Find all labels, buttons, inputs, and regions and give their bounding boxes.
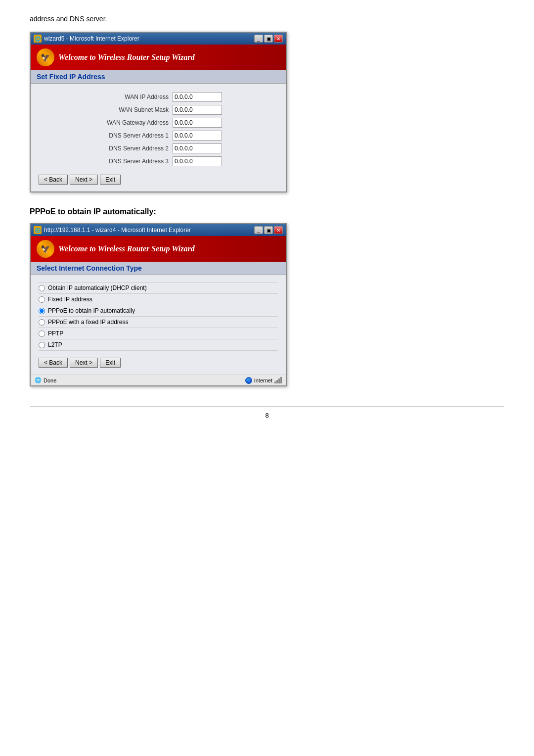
wizard-header-1: 🦅 Welcome to Wireless Router Setup Wizar… [31, 45, 286, 70]
form-input-cell-5 [171, 155, 278, 168]
titlebar-2: 🌐 http://192.168.1.1 - wizard4 - Microso… [31, 224, 286, 236]
radio-option[interactable]: PPTP [39, 328, 278, 339]
close-btn-2[interactable]: ✕ [274, 226, 283, 234]
titlebar-1: 🌐 wizard5 - Microsoft Internet Explorer … [31, 33, 286, 45]
form-input-cell-1 [171, 103, 278, 116]
radio-input-1[interactable] [39, 296, 45, 303]
statusbar-text: Done [44, 378, 56, 383]
wizard-body-2: Obtain IP automatically (DHCP client) Fi… [31, 275, 286, 375]
wizard-header-text-1: Welcome to Wireless Router Setup Wizard [58, 53, 195, 62]
browser-window-2: 🌐 http://192.168.1.1 - wizard4 - Microso… [30, 223, 287, 386]
titlebar-title-1: 🌐 wizard5 - Microsoft Internet Explorer [34, 35, 139, 43]
radio-label-1: Fixed IP address [48, 296, 92, 303]
radio-option[interactable]: PPPoE with a fixed IP address [39, 317, 278, 328]
radio-input-2[interactable] [39, 308, 45, 314]
browser-content-1: 🦅 Welcome to Wireless Router Setup Wizar… [31, 45, 286, 191]
form-label-3: DNS Server Address 1 [39, 129, 171, 142]
exit-button-1[interactable]: Exit [100, 175, 121, 185]
form-label-2: WAN Gateway Address [39, 116, 171, 129]
form-table-1: WAN IP Address WAN Subnet Mask WAN Gatew… [39, 91, 278, 168]
radio-input-4[interactable] [39, 331, 45, 337]
radio-label-5: L2TP [48, 341, 62, 348]
titlebar-title-2: 🌐 http://192.168.1.1 - wizard4 - Microso… [34, 226, 191, 234]
browser-window-1: 🌐 wizard5 - Microsoft Internet Explorer … [30, 32, 287, 192]
signal-bars-icon [274, 377, 282, 383]
form-input-4[interactable] [173, 143, 222, 153]
close-btn-1[interactable]: ✕ [274, 35, 283, 43]
statusbar-2: 🌐 Done Internet [31, 375, 286, 385]
titlebar-controls-1: _ ▣ ✕ [254, 35, 283, 43]
ie-icon-1: 🌐 [34, 35, 42, 43]
radio-label-3: PPPoE with a fixed IP address [48, 319, 129, 326]
radio-input-5[interactable] [39, 342, 45, 348]
back-button-1[interactable]: < Back [39, 175, 68, 185]
radio-input-3[interactable] [39, 319, 45, 326]
radio-label-0: Obtain IP automatically (DHCP client) [48, 284, 147, 291]
wizard-logo-2: 🦅 [37, 240, 54, 258]
intro-text: address and DNS server. [30, 15, 504, 23]
form-row: WAN IP Address [39, 91, 278, 103]
titlebar-controls-2: _ ▣ ✕ [254, 226, 283, 234]
restore-btn-1[interactable]: ▣ [264, 35, 273, 43]
form-input-cell-2 [171, 116, 278, 129]
form-row: DNS Server Address 3 [39, 155, 278, 168]
back-button-2[interactable]: < Back [39, 358, 68, 368]
section-title-2: Select Internet Connection Type [31, 262, 286, 275]
radio-label-2: PPPoE to obtain IP automatically [48, 307, 135, 314]
wizard-header-2: 🦅 Welcome to Wireless Router Setup Wizar… [31, 236, 286, 262]
radio-input-0[interactable] [39, 285, 45, 291]
wizard-header-text-2: Welcome to Wireless Router Setup Wizard [58, 244, 195, 253]
form-row: DNS Server Address 2 [39, 142, 278, 155]
form-label-0: WAN IP Address [39, 91, 171, 103]
next-button-1[interactable]: Next > [70, 175, 98, 185]
form-row: DNS Server Address 1 [39, 129, 278, 142]
form-input-0[interactable] [173, 92, 222, 102]
radio-option[interactable]: Obtain IP automatically (DHCP client) [39, 282, 278, 294]
radio-option[interactable]: PPPoE to obtain IP automatically [39, 305, 278, 317]
statusbar-icon: 🌐 [35, 377, 42, 383]
form-input-cell-0 [171, 91, 278, 103]
radio-option[interactable]: Fixed IP address [39, 294, 278, 305]
form-row: WAN Subnet Mask [39, 103, 278, 116]
browser-content-2: 🦅 Welcome to Wireless Router Setup Wizar… [31, 236, 286, 375]
wizard-logo-1: 🦅 [37, 48, 54, 66]
section-title-1: Set Fixed IP Address [31, 70, 286, 84]
titlebar-text-2: http://192.168.1.1 - wizard4 - Microsoft… [44, 227, 191, 234]
form-row: WAN Gateway Address [39, 116, 278, 129]
page-number: 8 [30, 406, 504, 419]
form-label-4: DNS Server Address 2 [39, 142, 171, 155]
button-group-1: < Back Next > Exit [39, 175, 278, 185]
minimize-btn-2[interactable]: _ [254, 226, 263, 234]
internet-label: Internet [254, 378, 272, 383]
radio-label-4: PPTP [48, 330, 63, 337]
form-input-cell-3 [171, 129, 278, 142]
form-input-3[interactable] [173, 131, 222, 141]
statusbar-right: Internet [245, 377, 282, 384]
restore-btn-2[interactable]: ▣ [264, 226, 273, 234]
radio-option[interactable]: L2TP [39, 339, 278, 351]
section2-heading: PPPoE to obtain IP automatically: [30, 207, 504, 216]
form-input-1[interactable] [173, 105, 222, 115]
minimize-btn-1[interactable]: _ [254, 35, 263, 43]
form-label-5: DNS Server Address 3 [39, 155, 171, 168]
titlebar-text-1: wizard5 - Microsoft Internet Explorer [44, 35, 139, 42]
form-input-cell-4 [171, 142, 278, 155]
internet-globe-icon [245, 377, 252, 384]
statusbar-left: 🌐 Done [35, 377, 56, 383]
button-group-2: < Back Next > Exit [39, 358, 278, 368]
form-label-1: WAN Subnet Mask [39, 103, 171, 116]
wizard-body-1: WAN IP Address WAN Subnet Mask WAN Gatew… [31, 84, 286, 191]
next-button-2[interactable]: Next > [70, 358, 98, 368]
form-input-2[interactable] [173, 118, 222, 128]
exit-button-2[interactable]: Exit [100, 358, 121, 368]
ie-icon-2: 🌐 [34, 226, 42, 234]
form-input-5[interactable] [173, 156, 222, 166]
radio-options: Obtain IP automatically (DHCP client) Fi… [39, 282, 278, 351]
